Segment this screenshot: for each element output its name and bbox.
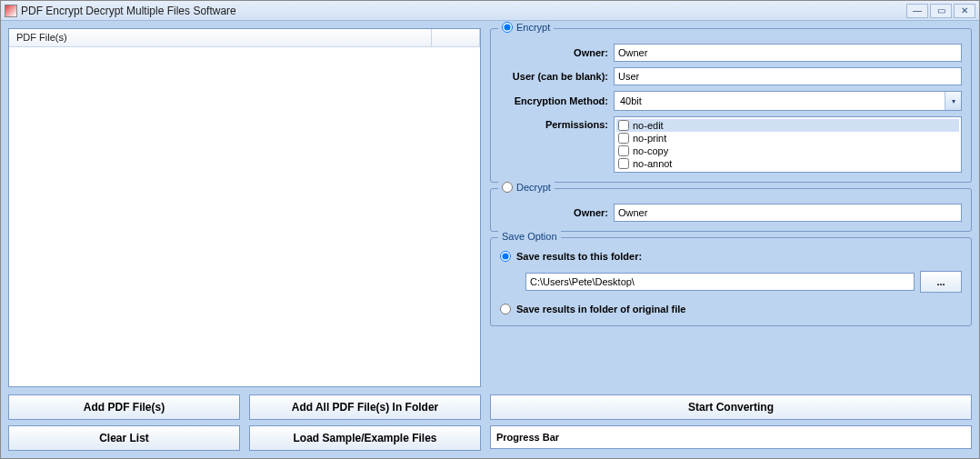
encryption-method-value: 40bit [615,94,945,108]
encrypt-legend-text: Encrypt [516,22,550,33]
app-icon [5,5,17,17]
permission-no-copy[interactable]: no-copy [616,145,959,157]
clear-list-button[interactable]: Clear List [8,425,240,451]
app-window: PDF Encrypt Decrypt Multiple Files Softw… [0,0,980,459]
button-row-2: Clear List Load Sample/Example Files Pro… [8,425,972,451]
save-original-row[interactable]: Save results in folder of original file [500,302,962,316]
save-to-folder-radio[interactable] [500,251,511,262]
browse-button[interactable]: ... [920,271,962,293]
permission-no-annot-checkbox[interactable] [618,158,629,169]
permission-no-edit-label: no-edit [633,120,664,131]
decrypt-radio[interactable] [502,182,513,193]
client-area: PDF File(s) Encrypt Owner: [1,21,979,458]
left-column: PDF File(s) [8,28,481,387]
decrypt-legend[interactable]: Decrypt [498,182,555,193]
encrypt-owner-input[interactable] [614,44,962,62]
permission-no-annot[interactable]: no-annot [616,157,959,170]
progress-bar: Progress Bar [490,425,972,449]
main-row: PDF File(s) Encrypt Owner: [8,28,972,387]
file-list-header: PDF File(s) [9,29,480,47]
permission-no-annot-label: no-annot [633,158,672,169]
permission-no-copy-checkbox[interactable] [618,145,629,156]
window-controls: — ▭ ✕ [906,4,975,18]
save-option-group: Save Option Save results to this folder:… [490,237,972,326]
permission-no-print[interactable]: no-print [616,132,959,145]
window-title: PDF Encrypt Decrypt Multiple Files Softw… [21,5,906,17]
right-column: Encrypt Owner: User (can be blank): Encr… [490,28,972,387]
add-all-pdf-button[interactable]: Add All PDF File(s) In Folder [249,394,481,420]
encryption-method-label: Encryption Method: [500,95,614,106]
permission-no-edit-checkbox[interactable] [618,120,629,131]
chevron-down-icon[interactable]: ▾ [945,92,961,110]
save-folder-path-input[interactable] [525,273,915,291]
permission-no-print-checkbox[interactable] [618,133,629,144]
button-row-1: Add PDF File(s) Add All PDF File(s) In F… [8,394,972,420]
save-original-radio[interactable] [500,304,511,314]
save-option-legend: Save Option [498,231,561,242]
decrypt-owner-label: Owner: [500,207,614,218]
encryption-method-combo[interactable]: 40bit ▾ [614,91,962,111]
save-to-folder-label: Save results to this folder: [516,251,642,262]
file-list-header-cell[interactable]: PDF File(s) [9,29,432,46]
load-sample-button[interactable]: Load Sample/Example Files [249,425,481,451]
add-pdf-button[interactable]: Add PDF File(s) [8,394,240,420]
start-converting-button[interactable]: Start Converting [490,394,972,420]
progress-bar-label: Progress Bar [496,432,559,443]
minimize-button[interactable]: — [906,4,928,18]
encrypt-owner-label: Owner: [500,47,614,58]
encrypt-group: Encrypt Owner: User (can be blank): Encr… [490,28,972,183]
encrypt-legend[interactable]: Encrypt [498,22,554,33]
file-list-header-spacer [432,29,480,46]
permission-no-print-label: no-print [633,133,666,144]
decrypt-legend-text: Decrypt [516,182,551,193]
encrypt-user-label: User (can be blank): [500,71,614,82]
maximize-button[interactable]: ▭ [930,4,952,18]
titlebar: PDF Encrypt Decrypt Multiple Files Softw… [1,1,979,21]
close-button[interactable]: ✕ [954,4,975,18]
save-option-legend-text: Save Option [502,231,557,242]
file-list[interactable]: PDF File(s) [8,28,481,387]
save-original-label: Save results in folder of original file [516,304,685,314]
permissions-label: Permissions: [500,116,614,130]
save-to-folder-row[interactable]: Save results to this folder: [500,249,962,264]
encrypt-user-input[interactable] [614,67,962,85]
permission-no-edit[interactable]: no-edit [616,119,959,132]
permission-no-copy-label: no-copy [633,145,668,156]
encrypt-radio[interactable] [502,22,513,33]
permissions-list[interactable]: no-edit no-print no-copy [614,116,962,173]
decrypt-owner-input[interactable] [614,204,962,222]
decrypt-group: Decrypt Owner: [490,188,972,232]
